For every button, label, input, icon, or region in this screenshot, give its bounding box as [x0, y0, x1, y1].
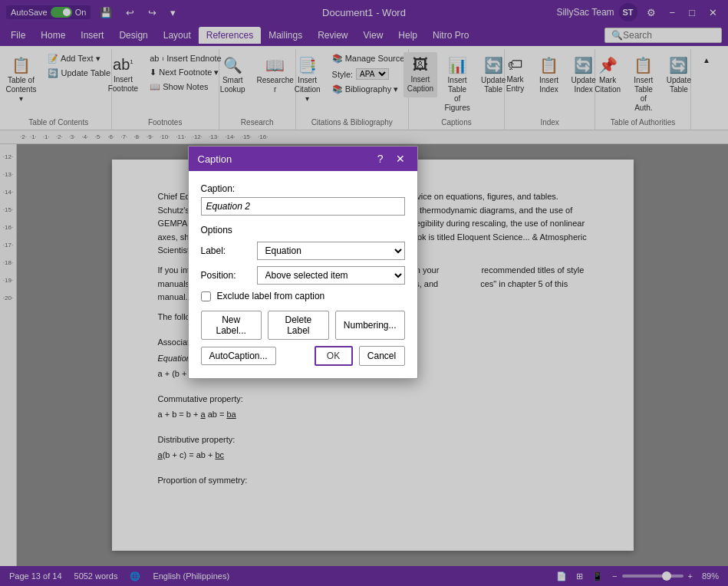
exclude-label-text: Exclude label from caption: [217, 291, 325, 301]
ok-button[interactable]: OK: [315, 346, 353, 366]
exclude-checkbox-row: Exclude label from caption: [201, 291, 405, 301]
position-row: Position: Above selected item Below sele…: [201, 266, 405, 285]
numbering-button[interactable]: Numbering...: [335, 311, 405, 340]
position-select[interactable]: Above selected item Below selected item: [257, 266, 405, 285]
new-label-button[interactable]: New Label...: [201, 311, 262, 340]
caption-field: Caption:: [201, 183, 405, 216]
dialog-title-icons: ? ✕: [374, 153, 408, 165]
caption-label: Caption:: [201, 183, 405, 194]
dialog-buttons-row2: AutoCaption... OK Cancel: [201, 346, 405, 366]
dialog-help-button[interactable]: ?: [374, 153, 387, 165]
autocaption-button[interactable]: AutoCaption...: [201, 347, 276, 365]
position-row-label: Position:: [201, 270, 251, 281]
label-row: Label: Equation Figure Table: [201, 242, 405, 260]
dialog-title: Caption: [198, 153, 232, 165]
dialog-body: Caption: Options Label: Equation Figure …: [189, 171, 417, 378]
doc-area: ·12· ·13· ·14· ·15· ·16· ·17· ·18· ·19· …: [0, 144, 728, 566]
dialog-overlay: Caption ? ✕ Caption: Options Label:: [0, 144, 728, 566]
exclude-label-checkbox[interactable]: [201, 291, 211, 301]
caption-input[interactable]: [201, 197, 405, 216]
delete-label-button[interactable]: Delete Label: [268, 311, 329, 340]
dialog-ok-cancel: OK Cancel: [315, 346, 405, 366]
dialog-close-button[interactable]: ✕: [393, 153, 408, 165]
dialog-buttons-row1: New Label... Delete Label Numbering...: [201, 311, 405, 340]
label-row-label: Label:: [201, 245, 251, 256]
options-section-label: Options: [201, 225, 405, 235]
dialog-title-bar: Caption ? ✕: [189, 146, 417, 171]
cancel-button[interactable]: Cancel: [359, 346, 405, 366]
caption-dialog: Caption ? ✕ Caption: Options Label:: [188, 146, 418, 379]
label-select[interactable]: Equation Figure Table: [257, 242, 405, 260]
